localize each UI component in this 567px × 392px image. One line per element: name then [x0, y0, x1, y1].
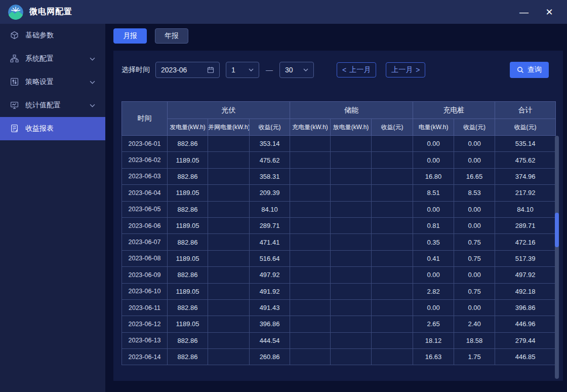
value-cell: 1.75 [454, 349, 495, 365]
value-cell: 0.00 [454, 299, 495, 316]
next-month-button[interactable]: 上一月 > [386, 62, 425, 77]
sub-column-header: 充电量(kW.h) [290, 119, 331, 136]
date-cell: 2023-06-14 [122, 349, 168, 365]
table-row: 2023-06-061189.05289.710.810.00289.71 [122, 217, 556, 233]
app-logo-icon [8, 5, 23, 20]
value-cell: 497.92 [495, 267, 556, 283]
value-cell [372, 152, 413, 168]
value-cell [331, 349, 372, 365]
close-button[interactable]: ✕ [544, 8, 555, 17]
value-cell: 0.00 [413, 267, 454, 283]
value-cell: 475.62 [495, 152, 556, 168]
report-panel: 选择时间 2023-06 1 — 30 [113, 51, 563, 381]
value-cell: 396.86 [250, 316, 290, 332]
value-cell [290, 234, 331, 250]
value-cell [331, 201, 372, 217]
sidebar-item-basic-params[interactable]: 基础参数 [0, 24, 105, 47]
value-cell [372, 283, 413, 299]
time-select-label: 选择时间 [122, 65, 155, 74]
month-picker-input[interactable]: 2023-06 [155, 62, 220, 78]
value-cell [331, 152, 372, 168]
value-cell [208, 267, 250, 283]
next-month-label: 上一月 [391, 65, 413, 74]
value-cell: 16.65 [454, 168, 495, 184]
value-cell: 1189.05 [168, 250, 208, 266]
group-header-storage: 储能 [290, 102, 413, 119]
revenue-table: 时间 光伏 储能 充电桩 合计 发电量(kW.h)并网电量(kW.h)收益(元)… [122, 101, 556, 365]
value-cell: 18.12 [413, 332, 454, 348]
value-cell: 289.71 [495, 217, 556, 233]
date-cell: 2023-06-01 [122, 136, 168, 152]
sidebar: 基础参数系统配置策略设置统计值配置收益报表 [0, 24, 105, 392]
filter-row: 选择时间 2023-06 1 — 30 [122, 62, 555, 78]
value-cell [331, 316, 372, 332]
sub-column-header: 收益(元) [454, 119, 495, 136]
value-cell: 1189.05 [168, 217, 208, 233]
report-tabs: 月报 年报 [113, 28, 188, 44]
value-cell [208, 299, 250, 316]
sub-column-header: 收益(元) [372, 119, 413, 136]
titlebar: 微电网配置 — ✕ [0, 0, 567, 24]
value-cell: 0.75 [454, 250, 495, 266]
value-cell [290, 332, 331, 348]
minimize-button[interactable]: — [518, 8, 530, 17]
value-cell: 396.86 [495, 299, 556, 316]
value-cell: 535.14 [495, 136, 556, 152]
sidebar-item-label: 系统配置 [25, 54, 54, 63]
sidebar-item-system-config[interactable]: 系统配置 [0, 47, 105, 70]
table-scrollbar-track[interactable] [555, 136, 559, 379]
date-cell: 2023-06-11 [122, 299, 168, 316]
sub-column-header: 并网电量(kW.h) [208, 119, 250, 136]
sub-column-header: 发电量(kW.h) [168, 119, 208, 136]
date-cell: 2023-06-06 [122, 217, 168, 233]
prev-month-button[interactable]: < 上一月 [337, 62, 376, 77]
value-cell [331, 267, 372, 283]
table-row: 2023-06-07882.86471.410.350.75472.16 [122, 234, 556, 250]
value-cell [290, 136, 331, 152]
date-cell: 2023-06-07 [122, 234, 168, 250]
value-cell: 882.86 [168, 349, 208, 365]
table-row: 2023-06-03882.86358.3116.8016.65374.96 [122, 168, 556, 184]
sidebar-item-strategy[interactable]: 策略设置 [0, 70, 105, 94]
value-cell: 0.00 [413, 201, 454, 217]
sub-column-header: 电量(kW.h) [413, 119, 454, 136]
value-cell [372, 136, 413, 152]
value-cell: 0.81 [413, 217, 454, 233]
table-row: 2023-06-05882.8684.100.000.0084.10 [122, 201, 556, 217]
value-cell [331, 217, 372, 233]
value-cell: 2.82 [413, 283, 454, 299]
value-cell: 0.00 [454, 267, 495, 283]
group-header-total: 合计 [495, 102, 556, 119]
sidebar-item-stats-config[interactable]: 统计值配置 [0, 94, 105, 117]
arrow-left-icon: < [342, 66, 346, 74]
tab-monthly-report[interactable]: 月报 [113, 28, 147, 44]
value-cell [290, 185, 331, 201]
tab-yearly-report[interactable]: 年报 [155, 28, 188, 44]
prev-month-label: 上一月 [349, 65, 371, 74]
value-cell: 0.00 [454, 217, 495, 233]
day-end-select[interactable]: 30 [279, 62, 314, 78]
value-cell: 2.65 [413, 316, 454, 332]
table-scrollbar-thumb[interactable] [555, 213, 559, 247]
value-cell: 1189.05 [168, 185, 208, 201]
value-cell [208, 234, 250, 250]
group-header-charger: 充电桩 [413, 102, 495, 119]
date-cell: 2023-06-08 [122, 250, 168, 266]
table-row: 2023-06-14882.86260.8616.631.75446.85 [122, 349, 556, 365]
query-button[interactable]: 查询 [510, 62, 549, 78]
sidebar-item-revenue-report[interactable]: 收益报表 [0, 117, 105, 140]
day-start-select[interactable]: 1 [226, 62, 259, 78]
sliders-icon [10, 77, 19, 87]
value-cell: 517.39 [495, 250, 556, 266]
calendar-icon[interactable] [207, 66, 214, 73]
monitor-icon [10, 101, 19, 110]
value-cell: 0.00 [454, 136, 495, 152]
month-picker-value: 2023-06 [161, 66, 207, 74]
table-row: 2023-06-11882.86491.430.000.00396.86 [122, 299, 556, 316]
value-cell: 1189.05 [168, 152, 208, 168]
value-cell [208, 250, 250, 266]
table-row: 2023-06-01882.86353.140.000.00535.14 [122, 136, 556, 152]
table-row: 2023-06-13882.86444.5418.1218.58279.44 [122, 332, 556, 348]
value-cell: 446.85 [495, 349, 556, 365]
value-cell: 8.51 [413, 185, 454, 201]
